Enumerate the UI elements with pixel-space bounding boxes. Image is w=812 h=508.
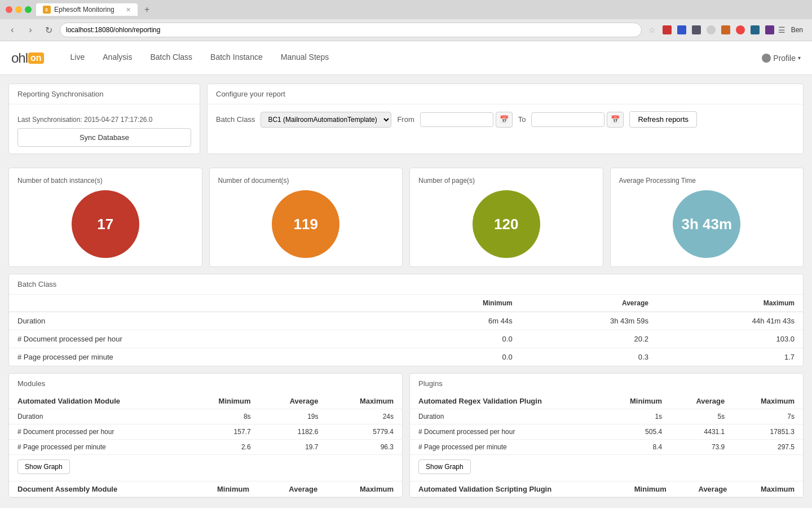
browser-menu-icon[interactable]: ☰ [778,25,785,34]
nav-analysis[interactable]: Analysis [94,41,141,75]
stat-avg-processing-circle: 3h 43m [673,190,740,258]
module-2-col-avg: Average [258,481,326,497]
address-bar[interactable] [60,23,642,37]
module-2-name-row: Document Assembly Module Minimum Average… [9,481,402,497]
plug1-row3-avg: 73.9 [670,440,733,455]
sync-database-button[interactable]: Sync Database [17,128,191,147]
new-tab-button[interactable]: + [142,5,152,15]
back-button[interactable]: ‹ [6,23,19,37]
module-2-col-min: Minimum [184,481,258,497]
extension-star[interactable]: ☆ [646,24,659,36]
browser-toolbar: ‹ › ↻ ☆ ☰ Ben [0,19,812,41]
to-calendar-icon[interactable]: 📅 [607,112,624,128]
plugins-table-2: Automated Validation Scripting Plugin Mi… [410,481,803,497]
plug1-row1-max: 7s [733,409,803,424]
to-date-input[interactable] [531,112,604,127]
header-right: Profile ▾ [762,54,801,63]
stat-pages-circle: 120 [473,190,540,258]
from-date-input[interactable] [420,112,493,127]
close-dot[interactable] [6,6,12,13]
row-doc-per-hr-avg: 20.2 [521,330,657,348]
sync-panel-body: Last Synchronisation: 2015-04-27 17:17:2… [9,104,200,154]
modules-table-2: Document Assembly Module Minimum Average… [9,481,402,497]
plugins-show-graph-button[interactable]: Show Graph [418,459,471,474]
logo-on: on [28,52,44,64]
tab-close-icon[interactable]: ✕ [126,6,131,14]
sync-panel: Reporting Synchronisation Last Synchroni… [8,84,200,154]
maximize-dot[interactable] [25,6,32,13]
row-page-per-min-avg: 0.3 [521,348,657,366]
browser-titlebar: E Ephesoft Monitoring ✕ + [0,0,812,19]
minimize-dot[interactable] [15,6,22,13]
stat-documents-title: Number of document(s) [218,177,289,185]
row-page-per-min-label: # Page processed per minute [9,348,406,366]
tab-title: Ephesoft Monitoring [54,6,114,14]
table-row: # Page processed per minute 0.0 0.3 1.7 [9,348,803,366]
stats-row: Number of batch instance(s) 17 Number of… [8,168,804,267]
module-1-name: Automated Validation Module [9,393,186,409]
plugin-2-name-row: Automated Validation Scripting Plugin Mi… [410,481,803,497]
modules-title: Modules [9,374,402,393]
mod1-row1-max: 24s [327,409,402,424]
browser-user-button[interactable]: Ben [788,25,806,35]
tab-favicon: E [43,6,51,14]
extension-1[interactable] [661,24,673,36]
profile-button[interactable]: Profile ▾ [762,54,801,63]
plugins-table: Automated Regex Validation Plugin Minimu… [410,393,803,455]
extension-6[interactable] [734,24,747,36]
reload-button[interactable]: ↻ [42,23,55,37]
modules-show-graph-button[interactable]: Show Graph [17,459,70,474]
table-row: # Document processed per hour 157.7 1182… [9,424,402,440]
nav-manual-steps[interactable]: Manual Steps [272,41,338,75]
nav-batch-class[interactable]: Batch Class [141,41,201,75]
row-duration-max: 44h 41m 43s [657,312,803,330]
extension-2[interactable] [676,24,688,36]
main-nav: Live Analysis Batch Class Batch Instance… [61,41,338,75]
mod1-row1-avg: 19s [259,409,327,424]
mod1-row3-min: 2.6 [186,440,259,455]
stat-batch-instances: Number of batch instance(s) 17 [8,168,202,267]
plug1-row1-avg: 5s [670,409,733,424]
config-panel: Configure your report Batch Class BC1 (M… [207,84,804,154]
profile-label: Profile [773,54,796,63]
extension-4[interactable] [705,24,717,36]
extension-3[interactable] [690,24,703,36]
nav-live[interactable]: Live [61,41,94,75]
stat-batch-instances-circle: 17 [72,190,139,258]
plug1-row2-min: 505.4 [603,424,670,440]
table-row: # Page processed per minute 2.6 19.7 96.… [9,440,402,455]
table-row: Duration 8s 19s 24s [9,409,402,424]
plug1-row1-min: 1s [603,409,670,424]
last-sync-label: Last Synchronisation: 2015-04-27 17:17:2… [17,111,191,128]
batch-class-panel-title: Batch Class [9,274,803,295]
top-row: Reporting Synchronisation Last Synchroni… [8,84,804,161]
browser-chrome: E Ephesoft Monitoring ✕ + ‹ › ↻ ☆ ☰ Ben [0,0,812,41]
plugin-1-name-row: Automated Regex Validation Plugin Minimu… [410,393,803,409]
plug1-row2-avg: 4431.1 [670,424,733,440]
from-calendar-icon[interactable]: 📅 [496,112,513,128]
extension-7[interactable] [749,24,761,36]
plug1-row2-label: # Document processed per hour [410,424,603,440]
logo: ohlon [11,50,45,66]
stat-avg-processing-value: 3h 43m [681,216,732,233]
plug1-row3-max: 297.5 [733,440,803,455]
to-date-field: 📅 [531,112,624,128]
extension-8[interactable] [764,24,776,36]
row-page-per-min-min: 0.0 [406,348,521,366]
plug1-row2-max: 17851.3 [733,424,803,440]
table-row: Duration 1s 5s 7s [410,409,803,424]
plug1-row3-min: 8.4 [603,440,670,455]
browser-tab[interactable]: E Ephesoft Monitoring ✕ [36,3,138,16]
plugins-title: Plugins [410,374,803,393]
extension-5[interactable] [720,24,732,36]
plugins-panel: Plugins Automated Regex Validation Plugi… [409,373,804,498]
row-duration-label: Duration [9,312,406,330]
row-doc-per-hr-min: 0.0 [406,330,521,348]
refresh-reports-button[interactable]: Refresh reports [629,111,697,128]
stat-documents-circle: 119 [272,190,339,258]
col-maximum-header: Maximum [657,295,803,312]
forward-button[interactable]: › [24,23,37,37]
nav-batch-instance[interactable]: Batch Instance [201,41,272,75]
page-content: Reporting Synchronisation Last Synchroni… [0,75,812,508]
batch-class-select[interactable]: BC1 (MailroomAutomationTemplate) [261,112,391,128]
